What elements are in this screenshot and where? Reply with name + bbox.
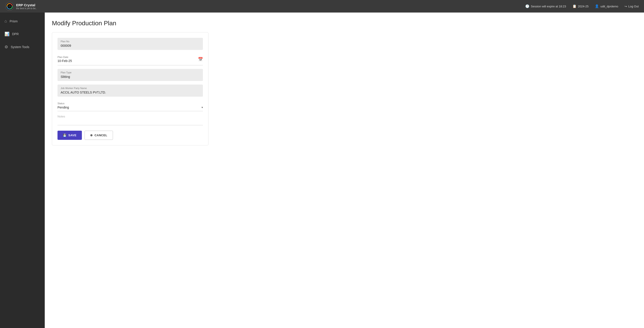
sidebar-item-dpr[interactable]: 📊 DPR: [0, 28, 45, 40]
cancel-circle-icon: ⊗: [90, 134, 93, 137]
main-layout: ⌂ Prism 📊 DPR ⚙ System Tools Modify Prod…: [0, 12, 644, 328]
topbar: ERP Crystal the best is yet to be.. 🕐 Se…: [0, 0, 644, 12]
svg-point-1: [8, 5, 11, 8]
plan-no-readonly: Plan No 000009: [58, 38, 203, 50]
plan-date-inner: Plan Date 10-Feb-25: [58, 56, 198, 63]
plan-no-field: Plan No 000009: [58, 38, 203, 50]
plan-no-value: 000009: [60, 44, 71, 48]
status-label: Status: [58, 102, 203, 105]
clock-icon: 🕐: [525, 4, 530, 8]
plan-type-field: Plan Type Slitting: [58, 69, 203, 81]
logout-button[interactable]: ↪ Log Out: [624, 5, 639, 8]
year-info: 📋 2024-25: [572, 4, 589, 8]
plan-date-label: Plan Date: [58, 56, 198, 58]
logout-icon: ↪: [624, 5, 627, 8]
status-select-wrapper[interactable]: Pending ▾: [58, 106, 203, 109]
notes-input-area[interactable]: [58, 120, 203, 125]
calendar-field-icon[interactable]: 📅: [198, 57, 203, 62]
job-worker-label: Job Worker Party Name: [60, 87, 200, 90]
gear-icon: ⚙: [4, 44, 8, 50]
sidebar-item-label-system-tools: System Tools: [11, 45, 29, 49]
plan-type-value: Slitting: [60, 75, 70, 78]
plan-type-readonly: Plan Type Slitting: [58, 69, 203, 81]
chevron-down-icon[interactable]: ▾: [202, 106, 203, 109]
logout-label: Log Out: [628, 5, 639, 8]
brand: ERP Crystal the best is yet to be..: [5, 2, 37, 10]
form-card: Plan No 000009 Plan Date 10-Feb-25 📅 Pla…: [52, 32, 208, 146]
topbar-right: 🕐 Session will expire at 18:23 📋 2024-25…: [525, 4, 639, 8]
session-label: Session will expire at 18:23: [531, 5, 566, 8]
user-label: udit_dprdemo: [600, 5, 618, 8]
plan-date-editable: Plan Date 10-Feb-25 📅: [58, 54, 203, 65]
sidebar-item-prism[interactable]: ⌂ Prism: [0, 15, 45, 28]
brand-text: ERP Crystal the best is yet to be..: [16, 3, 37, 10]
save-label: SAVE: [68, 134, 76, 137]
status-value: Pending: [58, 106, 69, 109]
session-info: 🕐 Session will expire at 18:23: [525, 4, 566, 8]
plan-no-label: Plan No: [60, 40, 200, 43]
content-area: Modify Production Plan Plan No 000009 Pl…: [45, 12, 644, 328]
sidebar-item-label-prism: Prism: [10, 20, 18, 23]
notes-field: Notes: [58, 115, 203, 125]
year-label: 2024-25: [578, 5, 589, 8]
user-icon: 👤: [595, 4, 599, 8]
plan-date-value: 10-Feb-25: [58, 59, 72, 63]
job-worker-value: ACCIL AUTO STEELS PVT.LTD.: [60, 90, 106, 94]
cancel-button[interactable]: ⊗ CANCEL: [84, 131, 113, 140]
plan-type-label: Plan Type: [60, 71, 200, 74]
chart-icon: 📊: [4, 32, 10, 36]
calendar-small-icon: 📋: [572, 4, 577, 8]
brand-logo: [5, 2, 14, 10]
job-worker-readonly: Job Worker Party Name ACCIL AUTO STEELS …: [58, 84, 203, 97]
cancel-label: CANCEL: [94, 134, 107, 137]
user-info: 👤 udit_dprdemo: [595, 4, 618, 8]
save-icon: 💾: [63, 134, 67, 137]
sidebar: ⌂ Prism 📊 DPR ⚙ System Tools: [0, 12, 45, 328]
job-worker-field: Job Worker Party Name ACCIL AUTO STEELS …: [58, 84, 203, 97]
save-button[interactable]: 💾 SAVE: [58, 131, 82, 140]
brand-tagline: the best is yet to be..: [16, 7, 37, 10]
brand-name: ERP Crystal: [16, 3, 37, 7]
plan-date-field: Plan Date 10-Feb-25 📅: [58, 54, 203, 65]
sidebar-item-system-tools[interactable]: ⚙ System Tools: [0, 40, 45, 54]
page-title: Modify Production Plan: [52, 20, 637, 27]
sidebar-item-label-dpr: DPR: [12, 32, 19, 36]
button-row: 💾 SAVE ⊗ CANCEL: [58, 131, 203, 140]
notes-label: Notes: [58, 115, 203, 118]
home-icon: ⌂: [4, 19, 7, 24]
status-field: Status Pending ▾: [58, 100, 203, 111]
